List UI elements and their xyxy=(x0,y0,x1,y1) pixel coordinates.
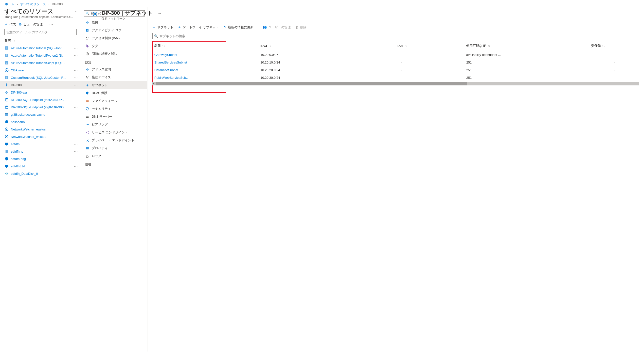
search-icon: 🔍 xyxy=(154,34,158,38)
more-icon[interactable]: ··· xyxy=(74,83,78,87)
subnet-link[interactable]: PublicWebServiceSub... xyxy=(154,76,188,79)
diag-icon xyxy=(85,52,89,56)
more-icon[interactable]: ··· xyxy=(74,142,78,146)
sql-icon xyxy=(4,120,9,124)
nav-item[interactable]: ファイアウォール xyxy=(81,97,147,105)
nav-item[interactable]: プロパティ xyxy=(81,144,147,152)
nav-label: 問題の診断と解決 xyxy=(92,52,117,56)
nav-item[interactable]: サービス エンドポイント xyxy=(81,129,147,136)
more-icon[interactable]: ··· xyxy=(74,150,78,153)
subnet-link[interactable]: SharedServicesSubnet xyxy=(154,61,187,64)
resource-item[interactable]: hellohano xyxy=(0,118,81,126)
horizontal-scrollbar[interactable] xyxy=(152,82,639,85)
svg-rect-39 xyxy=(86,117,89,118)
more-icon[interactable]: ··· xyxy=(74,61,78,65)
resource-item[interactable]: DP-300-SQL-Endpoint (sfgfh/DP-300...··· xyxy=(0,103,81,111)
breadcrumb-all-resources[interactable]: すべてのリソース xyxy=(20,2,46,6)
breadcrumb-home[interactable]: ホーム xyxy=(5,2,14,6)
nav-item[interactable]: タグ xyxy=(81,42,147,50)
resource-item[interactable]: DP-300-SQL-Endpoint (test234r/DP-...··· xyxy=(0,96,81,103)
col-available[interactable]: 使用可能な IP ↑↓ xyxy=(464,41,589,51)
svg-point-54 xyxy=(94,13,96,15)
svg-point-8 xyxy=(6,98,8,99)
more-icon[interactable]: ··· xyxy=(74,76,78,79)
create-button[interactable]: ＋ 作成 xyxy=(4,22,16,26)
blade-more-button[interactable]: ··· xyxy=(158,11,161,15)
cell-ipv4: 10.20.0.0/27 xyxy=(258,51,340,59)
nav-item[interactable]: アドレス空間 xyxy=(81,65,147,73)
more-icon[interactable]: ··· xyxy=(74,98,78,102)
resource-item[interactable]: DP-300-asr xyxy=(0,89,81,96)
more-icon[interactable]: ··· xyxy=(74,68,78,72)
nav-item[interactable]: ロック xyxy=(81,152,147,160)
resource-item[interactable]: CBAzure··· xyxy=(0,66,81,74)
filter-input-wrap[interactable] xyxy=(4,29,77,35)
gear-icon: ⚙ xyxy=(19,22,22,26)
more-commands-button[interactable]: ··· xyxy=(50,23,53,26)
resource-item[interactable]: sdfdfh··· xyxy=(0,140,81,148)
resource-item[interactable]: sdfdfh814··· xyxy=(0,163,81,170)
svg-rect-27 xyxy=(86,30,88,30)
manage-view-button[interactable]: ⚙ ビューの管理 ⌄ xyxy=(19,22,46,26)
subnet-search-wrap[interactable]: 🔍 xyxy=(152,33,639,39)
nav-item[interactable]: アクティビティ ログ xyxy=(81,26,147,34)
blade-title: DP-300 | サブネット xyxy=(102,9,153,17)
nav-item[interactable]: DNS サーバー xyxy=(81,113,147,121)
col-delegation[interactable]: 委任先 ↑↓ xyxy=(589,41,639,51)
more-icon[interactable]: ··· xyxy=(74,54,78,57)
svg-point-35 xyxy=(87,78,88,79)
resource-item[interactable]: DP-300··· xyxy=(0,81,81,89)
resource-item[interactable]: sdfdfh-ip··· xyxy=(0,148,81,155)
resource-item[interactable]: AzureAutomationTutorial (SQL-Job/...··· xyxy=(0,44,81,52)
table-row[interactable]: SharedServicesSubnet10.20.10.0/24-251- xyxy=(152,59,639,66)
nav-item[interactable]: プライベート エンドポイント xyxy=(81,136,147,144)
cell-available: 251 xyxy=(464,74,589,81)
command-bar: ＋ サブネット ＋ ゲートウェイ サブネット ↻ 最新の情報に更新 👥 ユーザー… xyxy=(148,22,644,32)
resource-item[interactable]: CustomRunbook (SQL-Job/CustomR...··· xyxy=(0,74,81,81)
subnet-link[interactable]: DatabaseSubnet xyxy=(154,68,178,72)
more-icon[interactable]: ··· xyxy=(74,46,78,50)
nav-item[interactable]: サブネット xyxy=(81,81,147,89)
nav-item[interactable]: 問題の診断と解決 xyxy=(81,50,147,58)
resource-item[interactable]: AzureAutomationTutorialPython2 (S...··· xyxy=(0,52,81,59)
svg-point-29 xyxy=(88,37,88,38)
collapse-panel-icon[interactable]: « xyxy=(75,9,77,13)
trash-icon: 🗑 xyxy=(295,25,298,29)
nav-item[interactable]: セキュリティ xyxy=(81,105,147,113)
name-column-header[interactable]: 名前 ↑↓ xyxy=(0,37,81,44)
watcher-icon xyxy=(4,127,9,132)
subnet-search-input[interactable] xyxy=(160,34,637,38)
resource-item[interactable]: NetworkWatcher_eastus xyxy=(0,126,81,133)
nav-item[interactable]: アクセス制御 (IAM) xyxy=(81,34,147,42)
resource-item[interactable]: NetworkWatcher_westus xyxy=(0,133,81,140)
table-row[interactable]: DatabaseSubnet10.20.20.0/24-251- xyxy=(152,66,639,74)
more-icon[interactable]: ··· xyxy=(74,157,78,161)
more-icon[interactable]: ··· xyxy=(74,165,78,168)
resource-item[interactable]: sdfdfh_DataDisk_0 xyxy=(0,170,81,177)
svg-point-43 xyxy=(88,131,89,132)
dns-icon xyxy=(85,115,89,119)
subnet-link[interactable]: GatewaySubnet xyxy=(154,53,177,57)
vnet-icon xyxy=(4,83,9,87)
filter-input[interactable] xyxy=(6,30,75,34)
vm-icon xyxy=(4,142,9,146)
add-subnet-button[interactable]: ＋ サブネット xyxy=(152,25,173,29)
col-name[interactable]: 名前 ↑↓ xyxy=(152,41,258,51)
add-gateway-subnet-button[interactable]: ＋ ゲートウェイ サブネット xyxy=(178,25,219,29)
table-row[interactable]: PublicWebServiceSub...10.20.30.0/24-251- xyxy=(152,74,639,81)
resource-item[interactable]: sdfdfh-nsg··· xyxy=(0,155,81,163)
ip-icon xyxy=(4,149,9,154)
resource-label: NetworkWatcher_eastus xyxy=(11,128,78,131)
refresh-button[interactable]: ↻ 最新の情報に更新 xyxy=(224,25,254,29)
resource-item[interactable]: AzureAutomationTutorialScript (SQL...··· xyxy=(0,59,81,66)
col-ipv4[interactable]: IPv4 ↑↓ xyxy=(258,41,340,51)
col-ipv6[interactable]: IPv6 ↑↓ xyxy=(340,41,464,51)
table-row[interactable]: GatewaySubnet10.20.0.0/27-availability d… xyxy=(152,51,639,59)
resource-item[interactable]: gl3l8esiterecovasrcache xyxy=(0,111,81,118)
more-icon[interactable]: ··· xyxy=(74,105,78,109)
cell-ipv4: 10.20.20.0/24 xyxy=(258,66,340,74)
nav-item[interactable]: DDoS 保護 xyxy=(81,89,147,97)
nav-item[interactable]: ピアリング xyxy=(81,121,147,129)
nav-item[interactable]: 接続デバイス xyxy=(81,73,147,81)
resource-label: sdfdfh-ip xyxy=(11,150,72,153)
